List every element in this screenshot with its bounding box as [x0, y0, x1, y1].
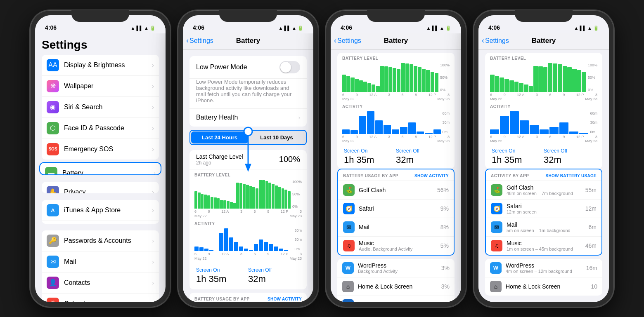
act-bar	[284, 250, 288, 251]
act-row-music[interactable]: ♫ Music 1m on screen – 45m background 46…	[486, 237, 601, 255]
screen-2: 4:06 ▲ ▌▌ ▲ 🔋 ‹ Settings Battery Low Pow…	[183, 15, 313, 302]
activity-dates: May 22May 23	[194, 256, 302, 261]
battery-icon: ▬	[45, 167, 57, 175]
low-power-row[interactable]: Low Power Mode	[189, 56, 307, 79]
mail-app-icon: ✉	[343, 221, 355, 233]
tab-24h[interactable]: Last 24 Hours	[191, 131, 248, 143]
screen-stats: Screen On 1h 35m Screen Off 32m	[189, 264, 307, 289]
nav-bar-3: ‹ Settings Battery	[331, 33, 461, 49]
battery-highlighted-row[interactable]: ▬ Battery ›	[39, 162, 161, 175]
battery-health-row[interactable]: Battery Health ›	[189, 108, 307, 127]
settings-row-appstore[interactable]: A iTunes & App Store ›	[42, 200, 159, 221]
app-row-wordpress[interactable]: W WordPress Background Activity 3%	[337, 259, 455, 277]
settings-row-sos[interactable]: SOS Emergency SOS ›	[42, 139, 159, 160]
app-row-music[interactable]: ♫ Music Audio, Background Activity 5%	[338, 237, 454, 255]
act-wordpress-icon: W	[490, 262, 502, 274]
sos-icon: SOS	[47, 143, 59, 155]
battery-health-chevron: ›	[298, 114, 300, 121]
siri-label: Siri & Search	[64, 103, 150, 111]
act-row-homelock[interactable]: ⌂ Home & Lock Screen 10	[485, 277, 602, 296]
act-row-safari[interactable]: 🧭 Safari 12m on screen 12m	[486, 200, 601, 218]
privacy-label: Privacy	[64, 188, 150, 193]
battery-main-content: Low Power Mode Low Power Mode temporaril…	[183, 49, 313, 302]
notch-2	[219, 10, 277, 22]
last-charge-section: Last Charge Level 2h ago 100% BATTERY LE…	[189, 150, 307, 289]
low-power-toggle[interactable]	[279, 61, 300, 73]
bar	[230, 202, 233, 208]
settings-row-contacts[interactable]: 👤 Contacts ›	[42, 272, 159, 294]
status-time-2: 4:06	[193, 24, 204, 31]
bar	[220, 200, 223, 209]
passwords-icon: 🔑	[47, 235, 59, 247]
bar	[272, 184, 275, 209]
screen-off-label: Screen Off	[248, 267, 300, 273]
back-button-4[interactable]: ‹ Settings	[482, 36, 509, 45]
show-activity-btn[interactable]: SHOW ACTIVITY	[414, 174, 449, 178]
bar	[211, 197, 213, 209]
act-bar	[244, 249, 248, 251]
app-row-safari[interactable]: 🧭 Safari 9%	[338, 200, 454, 218]
settings-row-display[interactable]: AA Display & Brightness ›	[42, 55, 159, 76]
screen-off-stat: Screen Off 32m	[248, 267, 300, 284]
act-bar	[259, 240, 263, 251]
settings-row-passwords[interactable]: 🔑 Passwords & Accounts ›	[42, 230, 159, 251]
settings-row-faceid[interactable]: ⬡ Face ID & Passcode ›	[42, 118, 159, 139]
activity-label: ACTIVITY	[194, 221, 302, 226]
battery-chart-3	[342, 63, 438, 92]
bar	[288, 191, 291, 209]
settings-row-privacy[interactable]: ✋ Privacy ›	[42, 182, 159, 193]
back-button-3[interactable]: ‹ Settings	[334, 36, 361, 45]
battery-chart-label: BATTERY LEVEL	[194, 173, 302, 177]
activity-chart	[194, 228, 293, 251]
tab-10d[interactable]: Last 10 Days	[248, 131, 305, 143]
tab-selector: Last 24 Hours Last 10 Days	[189, 130, 307, 145]
bar	[207, 195, 210, 209]
status-icons-4: ▲ ▌▌ ▲ 🔋	[574, 26, 599, 31]
bar	[194, 191, 197, 209]
act-row-golf[interactable]: ⛳ Golf Clash 48m on screen – 7m backgrou…	[486, 181, 601, 200]
citi-icon: C	[342, 299, 354, 302]
homelock-icon: ⌂	[342, 281, 354, 292]
usage-action[interactable]: SHOW ACTIVITY	[268, 297, 302, 301]
bar	[236, 183, 239, 209]
app-row-mail[interactable]: ✉ Mail 8%	[338, 218, 454, 237]
appstore-icon: A	[47, 204, 59, 216]
app-row-citi[interactable]: C Citi Mobile 3%	[337, 296, 455, 302]
act-homelock-icon: ⌂	[490, 281, 502, 292]
display-icon: AA	[47, 59, 59, 71]
charts-section-4: BATTERY LEVEL	[485, 53, 602, 169]
settings-row-wallpaper[interactable]: ❋ Wallpaper ›	[42, 76, 159, 97]
battery-row-inner[interactable]: ▬ Battery ›	[40, 163, 161, 175]
act-bar	[204, 249, 208, 251]
bar	[265, 181, 268, 209]
act-row-mail[interactable]: ✉ Mail 5m on screen – 1m background 6m	[486, 218, 601, 237]
bar	[201, 194, 204, 209]
appstore-group: A iTunes & App Store › ◼ Wallet & Apple …	[42, 200, 159, 223]
act-safari-icon: 🧭	[491, 203, 502, 214]
low-power-section: Low Power Mode Low Power Mode temporaril…	[189, 56, 307, 127]
wordpress-icon: W	[342, 262, 354, 274]
activity-chart-wrapper: 60m 30m 0m	[194, 228, 302, 251]
show-battery-usage-btn[interactable]: SHOW BATTERY USAGE	[545, 174, 597, 178]
settings-row-wallet[interactable]: ◼ Wallet & Apple Pay ›	[42, 221, 159, 223]
charts-section-3: BATTERY LEVEL	[337, 53, 455, 169]
settings-row-mail[interactable]: ✉ Mail ›	[42, 251, 159, 272]
app-row-homelock[interactable]: ⌂ Home & Lock Screen 3%	[337, 277, 455, 296]
act-row-wordpress[interactable]: W WordPress 4m on screen – 12m backgroun…	[485, 259, 602, 277]
screen-3: 4:06 ▲ ▌▌ ▲ 🔋 ‹ Settings Battery BATTERY…	[331, 15, 461, 302]
settings-row-siri[interactable]: ◉ Siri & Search ›	[42, 97, 159, 118]
act-bar	[274, 247, 278, 251]
siri-icon: ◉	[47, 101, 59, 113]
chart-label-3: BATTERY LEVEL	[342, 56, 450, 61]
bar	[243, 184, 246, 209]
screen-on-stat: Screen On 1h 35m	[196, 267, 248, 284]
activity-by-app-title: ACTIVITY BY APP	[491, 174, 529, 178]
act-music-icon: ♫	[491, 240, 502, 251]
back-button-2[interactable]: ‹ Settings	[186, 36, 213, 45]
nav-title-4: Battery	[532, 37, 556, 45]
golf-pct: 56%	[437, 187, 449, 193]
last-charge-time: 2h ago	[196, 160, 243, 166]
app-row-golf[interactable]: ⛳ Golf Clash 56%	[338, 181, 454, 200]
music-icon: ♫	[343, 240, 355, 251]
settings-row-calendar[interactable]: 📅 Calendar ›	[42, 294, 159, 302]
